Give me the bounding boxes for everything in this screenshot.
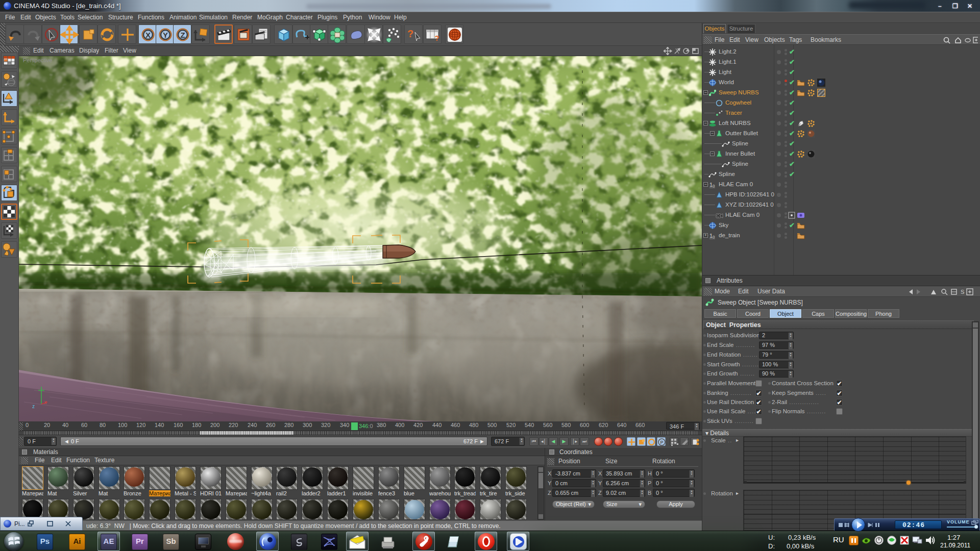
svg-text:Y: Y <box>163 31 168 39</box>
svg-text:?: ? <box>435 34 439 42</box>
svg-text:Z: Z <box>180 31 185 39</box>
svg-text:z: z <box>32 404 35 409</box>
svg-text:P: P <box>660 440 663 445</box>
svg-text:X: X <box>145 31 151 39</box>
svg-text:S: S <box>961 289 964 295</box>
svg-text:?: ? <box>407 28 413 39</box>
svg-text:x: x <box>44 399 47 405</box>
